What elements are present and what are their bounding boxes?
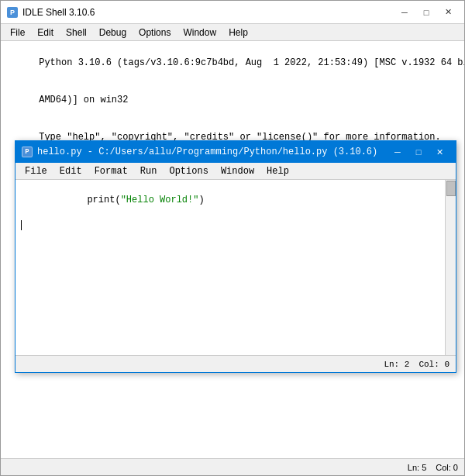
outer-status-ln: Ln: 5 xyxy=(408,463,426,472)
hello-py-editor-window: P hello.py - C:/Users/allu/Programming/P… xyxy=(15,140,456,373)
inner-window-title: hello.py - C:/Users/allu/Programming/Pyt… xyxy=(37,147,377,157)
outer-menu-debug[interactable]: Debug xyxy=(93,24,133,41)
code-paren-close: ) xyxy=(198,195,204,205)
outer-status-bar: Ln: 5 Col: 0 xyxy=(1,458,464,475)
editor-line-2 xyxy=(20,219,440,231)
editor-code-area[interactable]: print("Hello World!") xyxy=(16,180,445,355)
code-string: "Hello World!" xyxy=(121,195,199,205)
shell-content-area[interactable]: Python 3.10.6 (tags/v3.10.6:9c7b4bd, Aug… xyxy=(1,41,464,458)
inner-window-controls: ─ □ ✕ xyxy=(388,144,450,160)
outer-menu-help[interactable]: Help xyxy=(222,24,254,41)
editor-area[interactable]: print("Hello World!") xyxy=(16,180,456,355)
idle-shell-window: P IDLE Shell 3.10.6 ─ □ ✕ File Edit Shel… xyxy=(0,0,465,476)
outer-menu-shell[interactable]: Shell xyxy=(60,24,93,41)
inner-status-bar: Ln: 2 Col: 0 xyxy=(16,355,456,372)
outer-status-col: Col: 0 xyxy=(436,463,458,472)
outer-menu-file[interactable]: File xyxy=(4,24,31,41)
inner-menu-format[interactable]: Format xyxy=(88,163,134,180)
inner-status-ln: Ln: 2 xyxy=(384,360,409,369)
inner-maximize-button[interactable]: □ xyxy=(408,144,429,160)
editor-scrollbar-vertical[interactable] xyxy=(445,180,456,355)
inner-close-button[interactable]: ✕ xyxy=(429,144,450,160)
outer-close-button[interactable]: ✕ xyxy=(438,5,458,20)
shell-line-1: Python 3.10.6 (tags/v3.10.6:9c7b4bd, Aug… xyxy=(5,44,460,81)
inner-menu-help[interactable]: Help xyxy=(260,163,295,180)
inner-menu-file[interactable]: File xyxy=(19,163,53,180)
outer-minimize-button[interactable]: ─ xyxy=(394,5,415,20)
inner-menu-window[interactable]: Window xyxy=(215,163,260,180)
inner-menu-edit[interactable]: Edit xyxy=(53,163,88,180)
outer-window-title: IDLE Shell 3.10.6 xyxy=(22,7,95,18)
outer-maximize-button[interactable]: □ xyxy=(416,5,436,20)
outer-menu-window[interactable]: Window xyxy=(177,24,222,41)
inner-window-icon: P xyxy=(22,147,33,157)
inner-menu-bar: File Edit Format Run Options Window Help xyxy=(16,163,456,180)
code-paren-open: ( xyxy=(115,195,120,205)
inner-minimize-button[interactable]: ─ xyxy=(388,144,408,160)
inner-menu-run[interactable]: Run xyxy=(134,163,164,180)
scrollbar-thumb[interactable] xyxy=(446,181,456,196)
inner-status-col: Col: 0 xyxy=(418,360,450,369)
outer-title-bar: P IDLE Shell 3.10.6 ─ □ ✕ xyxy=(1,1,464,24)
inner-menu-options[interactable]: Options xyxy=(163,163,214,180)
code-print-fn: print xyxy=(87,195,115,205)
outer-menu-bar: File Edit Shell Debug Options Window Hel… xyxy=(1,24,464,41)
outer-menu-options[interactable]: Options xyxy=(133,24,177,41)
outer-menu-edit[interactable]: Edit xyxy=(31,24,60,41)
inner-title-bar: P hello.py - C:/Users/allu/Programming/P… xyxy=(16,141,456,163)
inner-title-left: P hello.py - C:/Users/allu/Programming/P… xyxy=(22,147,377,157)
shell-line-2: AMD64)] on win32 xyxy=(5,81,460,119)
editor-line-1: print("Hello World!") xyxy=(20,181,440,219)
text-cursor xyxy=(21,220,22,230)
outer-window-controls: ─ □ ✕ xyxy=(394,5,458,20)
outer-window-icon: P xyxy=(7,7,18,18)
outer-title-left: P IDLE Shell 3.10.6 xyxy=(7,7,95,18)
